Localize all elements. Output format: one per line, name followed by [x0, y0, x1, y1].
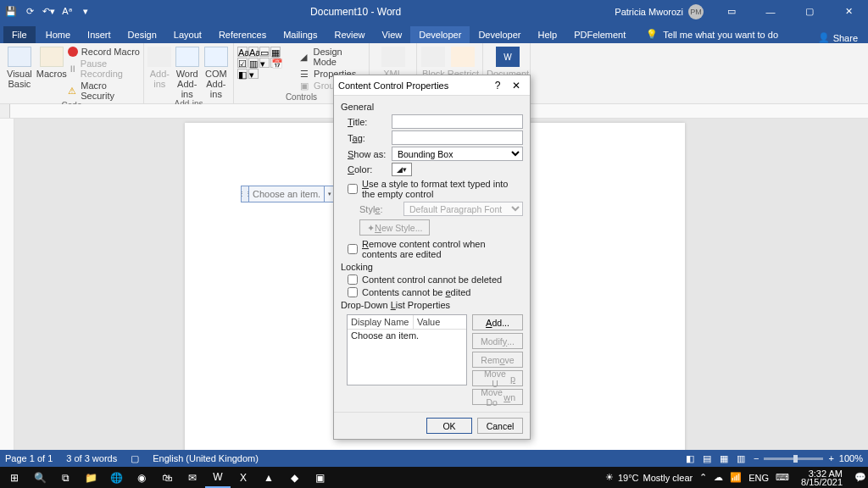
vertical-ruler[interactable]: [0, 119, 14, 450]
tab-selector[interactable]: [0, 104, 10, 118]
visual-basic-button[interactable]: Visual Basic: [3, 45, 36, 101]
share-button[interactable]: 👤Share: [818, 32, 858, 43]
title-label: Title:: [348, 117, 388, 127]
tab-review[interactable]: Review: [326, 26, 374, 43]
tag-field[interactable]: [392, 130, 523, 145]
keyboard-icon[interactable]: ⌨: [776, 472, 789, 483]
maximize-icon[interactable]: ▢: [790, 0, 829, 23]
store-icon[interactable]: 🛍: [154, 467, 180, 488]
cancel-button[interactable]: Cancel: [477, 418, 523, 434]
tab-layout[interactable]: Layout: [165, 26, 210, 43]
language-status[interactable]: English (United Kingdom): [153, 453, 259, 463]
color-picker-button[interactable]: ◢▾: [392, 163, 412, 176]
edge-icon[interactable]: 🌐: [103, 467, 129, 488]
clock[interactable]: 3:32 AM8/15/2021: [801, 469, 843, 486]
chevron-up-icon[interactable]: ⌃: [699, 472, 707, 483]
showas-label: Show as:: [348, 149, 388, 159]
tab-pdfelement[interactable]: PDFelement: [565, 26, 634, 43]
dropdown-list[interactable]: Display NameValue Choose an item.: [347, 314, 467, 385]
refresh-icon[interactable]: ⟳: [24, 6, 36, 18]
weather-widget[interactable]: ☀19°CMostly clear: [605, 472, 693, 483]
tab-file[interactable]: File: [3, 26, 36, 43]
mail-icon[interactable]: ✉: [180, 467, 205, 488]
print-layout-icon[interactable]: ▦: [720, 453, 728, 464]
app2-icon[interactable]: ▣: [307, 467, 332, 488]
move-up-button: Move Up: [472, 370, 523, 386]
font-icon[interactable]: Aᵃ: [61, 6, 73, 18]
close-icon[interactable]: ✕: [829, 0, 868, 23]
tab-help[interactable]: Help: [530, 26, 566, 43]
zoom-control[interactable]: − + 100%: [754, 453, 863, 463]
style-select: Default Paragraph Font: [403, 202, 523, 216]
tab-developer[interactable]: Developer: [410, 26, 470, 43]
content-control-dropdown[interactable]: ⋮⋮ Choose an item. ▾: [241, 186, 335, 202]
save-icon[interactable]: 💾: [5, 6, 17, 18]
notifications-icon[interactable]: 💬: [854, 472, 866, 483]
app-icon[interactable]: ◆: [281, 467, 307, 488]
remove-control-checkbox[interactable]: [348, 244, 358, 254]
design-mode-button[interactable]: ◢Design Mode: [300, 47, 365, 67]
undo-icon[interactable]: ↶▾: [42, 6, 54, 18]
add-button[interactable]: Add...: [472, 314, 523, 330]
com-addins-button[interactable]: COM Add-ins: [203, 45, 230, 99]
tab-insert[interactable]: Insert: [79, 26, 120, 43]
web-layout-icon[interactable]: ▥: [737, 453, 745, 464]
word-addins-button[interactable]: Word Add-ins: [173, 45, 202, 99]
word-icon[interactable]: W: [205, 467, 231, 488]
tab-home[interactable]: Home: [37, 26, 79, 43]
tab-references[interactable]: References: [210, 26, 275, 43]
macros-button[interactable]: Macros: [36, 45, 67, 101]
tab-mailings[interactable]: Mailings: [275, 26, 326, 43]
qat-more-icon[interactable]: ▾: [80, 6, 92, 18]
move-down-button: Move Down: [472, 389, 523, 405]
ribbon-options-icon[interactable]: ▭: [712, 0, 751, 23]
use-style-checkbox[interactable]: [348, 184, 358, 194]
chrome-icon[interactable]: ◉: [129, 467, 154, 488]
language-indicator[interactable]: ENG: [748, 473, 769, 483]
addins-button[interactable]: Add-ins: [147, 45, 172, 99]
explorer-icon[interactable]: 📁: [78, 467, 103, 488]
read-mode-icon[interactable]: ▤: [703, 453, 711, 464]
excel-icon[interactable]: X: [231, 467, 256, 488]
tab-design[interactable]: Design: [120, 26, 165, 43]
tab-developer2[interactable]: Developer: [470, 26, 529, 43]
style-label: Style:: [359, 204, 400, 214]
task-view-icon[interactable]: ⧉: [53, 467, 78, 488]
zoom-in-icon[interactable]: +: [828, 453, 833, 463]
title-field[interactable]: [392, 114, 523, 129]
group-icon: ▣: [300, 80, 310, 91]
zoom-percent[interactable]: 100%: [839, 453, 863, 463]
modify-button: Modify...: [472, 333, 523, 349]
minimize-icon[interactable]: —: [751, 0, 790, 23]
list-item[interactable]: Choose an item.: [348, 330, 466, 341]
zoom-slider[interactable]: [764, 458, 823, 460]
dialog-title-bar[interactable]: Content Control Properties ? ✕: [334, 75, 530, 96]
properties-icon: ☰: [300, 69, 310, 79]
ok-button[interactable]: OK: [426, 418, 472, 434]
pause-recording-button[interactable]: ⏸Pause Recording: [68, 58, 140, 79]
tab-view[interactable]: View: [374, 26, 411, 43]
showas-select[interactable]: Bounding Box: [392, 147, 523, 161]
spellcheck-icon[interactable]: ▢: [131, 453, 139, 464]
word-count[interactable]: 3 of 3 words: [66, 453, 117, 463]
page-count[interactable]: Page 1 of 1: [5, 453, 53, 463]
vlc-icon[interactable]: ▲: [256, 467, 281, 488]
remove-button: Remove: [472, 352, 523, 368]
search-icon[interactable]: 🔍: [27, 467, 53, 488]
help-icon[interactable]: ?: [488, 80, 507, 92]
lock-edit-checkbox[interactable]: [348, 287, 358, 297]
tell-me[interactable]: 💡Tell me what you want to do: [637, 25, 787, 43]
content-control-handle-icon[interactable]: ⋮⋮: [242, 186, 249, 202]
macro-security-button[interactable]: ⚠Macro Security: [68, 80, 140, 101]
start-icon[interactable]: ⊞: [2, 467, 27, 488]
lock-delete-checkbox[interactable]: [348, 274, 358, 285]
dialog-close-icon[interactable]: ✕: [507, 80, 526, 92]
user-account[interactable]: Patricia Mworozi PM: [615, 4, 704, 19]
ribbon-tabs: File Home Insert Design Layout Reference…: [0, 23, 868, 43]
wifi-icon[interactable]: 📶: [730, 472, 742, 483]
accessibility-icon[interactable]: ◧: [686, 453, 694, 464]
record-macro-button[interactable]: Record Macro: [68, 47, 140, 57]
zoom-out-icon[interactable]: −: [754, 453, 759, 463]
onedrive-icon[interactable]: ☁: [714, 472, 723, 483]
content-control-prompt: Choose an item.: [249, 187, 324, 201]
